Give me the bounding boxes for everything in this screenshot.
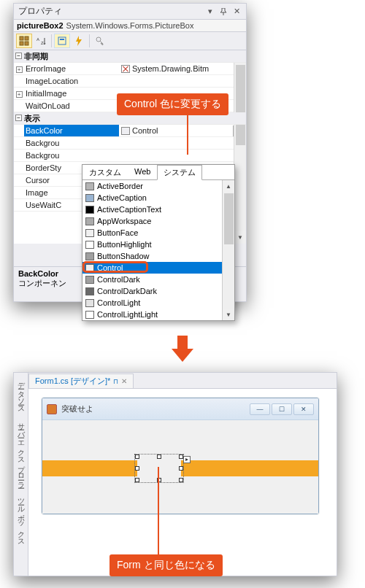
scroll-up-icon[interactable]: ▲ xyxy=(223,180,234,192)
design-canvas[interactable]: 突破せよ — ☐ ✕ xyxy=(28,389,337,576)
maximize-button[interactable]: ☐ xyxy=(272,403,292,415)
color-swatch-icon xyxy=(85,276,94,284)
color-item-label: ControlLightLight xyxy=(97,310,158,319)
color-item-label: AppWorkspace xyxy=(97,217,151,225)
row-backcolor[interactable]: BackColor Control ▼ xyxy=(14,125,246,137)
row-errorimage[interactable]: + ErrorImage System.Drawing.Bitm xyxy=(14,63,246,75)
sidetab-datasource[interactable]: データソース xyxy=(15,376,27,411)
scroll-down-icon[interactable]: ▼ xyxy=(223,309,234,320)
row-backgroundimagelayout[interactable]: Backgrou xyxy=(14,150,246,162)
resize-handle[interactable] xyxy=(135,454,139,459)
svg-rect-1 xyxy=(25,36,28,40)
color-item-label: ButtonFace xyxy=(97,228,138,237)
expand-icon[interactable]: + xyxy=(16,91,23,98)
color-scrollbar[interactable]: ▲ ▼ xyxy=(222,180,234,320)
minimize-button[interactable]: — xyxy=(250,403,270,415)
scroll-thumb[interactable] xyxy=(236,65,245,145)
color-item-label: ActiveBorder xyxy=(97,182,143,190)
flow-arrow-icon xyxy=(172,336,193,365)
document-tabs: Form1.cs [デザイン]* ⊓ ✕ xyxy=(28,373,337,389)
close-icon[interactable]: ✕ xyxy=(121,377,127,385)
color-item-controldark[interactable]: ControlDark xyxy=(82,274,234,285)
tab-custom[interactable]: カスタム xyxy=(82,165,128,180)
pin-icon[interactable] xyxy=(217,6,230,18)
callout-line xyxy=(187,112,188,155)
svg-text:A: A xyxy=(36,37,39,42)
category-async[interactable]: − 非同期 xyxy=(14,50,246,63)
svg-rect-7 xyxy=(60,39,64,40)
doc-tab-label: Form1.cs [デザイン]* xyxy=(35,376,110,387)
smart-tag-icon[interactable]: ▸ xyxy=(183,456,191,463)
tab-system[interactable]: システム xyxy=(157,165,202,180)
close-button[interactable]: ✕ xyxy=(293,403,314,415)
property-pages-button[interactable] xyxy=(92,34,108,48)
color-swatch-icon xyxy=(85,299,94,307)
scroll-thumb[interactable] xyxy=(224,193,234,244)
color-item-controllightlight[interactable]: ControlLightLight xyxy=(82,309,234,320)
color-swatch-icon xyxy=(85,287,94,295)
color-item-controllight[interactable]: ControlLight xyxy=(82,297,234,309)
properties-title: プロパティ xyxy=(17,5,204,18)
color-swatch-icon xyxy=(85,241,94,249)
resize-handle[interactable] xyxy=(135,478,139,482)
color-swatch-icon xyxy=(85,229,94,237)
color-list: ▲ ▼ ActiveBorderActiveCaptionActiveCapti… xyxy=(82,180,234,320)
color-item-label: ActiveCaption xyxy=(97,193,147,202)
form-preview[interactable]: 突破せよ — ☐ ✕ xyxy=(42,398,319,514)
control-selector[interactable]: pictureBox2 System.Windows.Forms.Picture… xyxy=(14,20,246,31)
resize-handle[interactable] xyxy=(135,466,139,471)
color-swatch-icon xyxy=(85,182,94,190)
form-title: 突破せよ xyxy=(61,403,245,414)
collapse-icon[interactable]: − xyxy=(15,115,22,121)
color-item-activecaption[interactable]: ActiveCaption xyxy=(82,192,234,204)
row-backgroundimage[interactable]: Backgrou xyxy=(14,137,246,150)
alphabetical-button[interactable]: AZ xyxy=(33,34,49,48)
color-item-appworkspace[interactable]: AppWorkspace xyxy=(82,215,234,227)
form-body[interactable]: ▸ xyxy=(42,420,318,514)
pin-icon[interactable]: ⊓ xyxy=(113,378,118,385)
color-item-label: ControlDarkDark xyxy=(97,287,157,295)
color-item-buttonshadow[interactable]: ButtonShadow xyxy=(82,250,234,262)
color-item-activeborder[interactable]: ActiveBorder xyxy=(82,180,234,192)
properties-button[interactable] xyxy=(54,34,70,48)
color-item-buttonface[interactable]: ButtonFace xyxy=(82,227,234,239)
picturebox2[interactable]: ▸ xyxy=(137,457,181,480)
svg-rect-3 xyxy=(25,42,28,45)
color-item-buttonhighlight[interactable]: ButtonHighlight xyxy=(82,239,234,250)
scrollbar-vertical[interactable]: ▲ ▼ xyxy=(234,50,246,244)
tab-web[interactable]: Web xyxy=(128,165,157,180)
sidetab-serverexplorer[interactable]: サーバー エクスプローラー xyxy=(15,417,27,486)
svg-rect-2 xyxy=(20,42,23,45)
color-item-label: ControlDark xyxy=(97,275,140,284)
form-icon xyxy=(47,404,57,414)
svg-text:Z: Z xyxy=(41,41,44,45)
row-imagelocation[interactable]: ImageLocation xyxy=(14,75,246,88)
doc-tab-form1[interactable]: Form1.cs [デザイン]* ⊓ ✕ xyxy=(28,374,134,388)
vs-sidebar: データソース サーバー エクスプローラー ツールボックス xyxy=(14,373,28,576)
events-button[interactable] xyxy=(71,34,87,48)
color-item-label: ButtonHighlight xyxy=(97,240,152,249)
collapse-icon[interactable]: − xyxy=(15,53,22,59)
backcolor-value-cell[interactable]: Control ▼ xyxy=(119,125,246,136)
color-swatch-icon xyxy=(85,194,94,202)
resize-handle[interactable] xyxy=(179,466,183,471)
callout-line xyxy=(158,467,159,554)
svg-rect-0 xyxy=(20,36,23,40)
dropdown-icon[interactable]: ▾ xyxy=(204,6,217,18)
color-swatch-icon xyxy=(85,217,94,225)
form-titlebar: 突破せよ — ☐ ✕ xyxy=(42,398,318,420)
callout-bottom: Form と同じ色になる xyxy=(110,554,223,576)
designer-window: データソース サーバー エクスプローラー ツールボックス Form1.cs [デ… xyxy=(13,372,337,576)
close-icon[interactable]: ✕ xyxy=(230,6,243,18)
properties-toolbar: AZ xyxy=(14,31,246,50)
color-item-controldarkdark[interactable]: ControlDarkDark xyxy=(82,285,234,297)
categorized-button[interactable] xyxy=(16,34,32,48)
color-item-activecaptiontext[interactable]: ActiveCaptionText xyxy=(82,204,234,215)
color-swatch-icon xyxy=(85,252,94,260)
resize-handle[interactable] xyxy=(157,454,161,459)
resize-handle[interactable] xyxy=(179,478,183,482)
sidetab-toolbox[interactable]: ツールボックス xyxy=(15,492,27,543)
scroll-down-icon[interactable]: ▼ xyxy=(234,231,246,244)
image-swatch-icon xyxy=(121,65,130,73)
expand-icon[interactable]: + xyxy=(16,66,23,73)
